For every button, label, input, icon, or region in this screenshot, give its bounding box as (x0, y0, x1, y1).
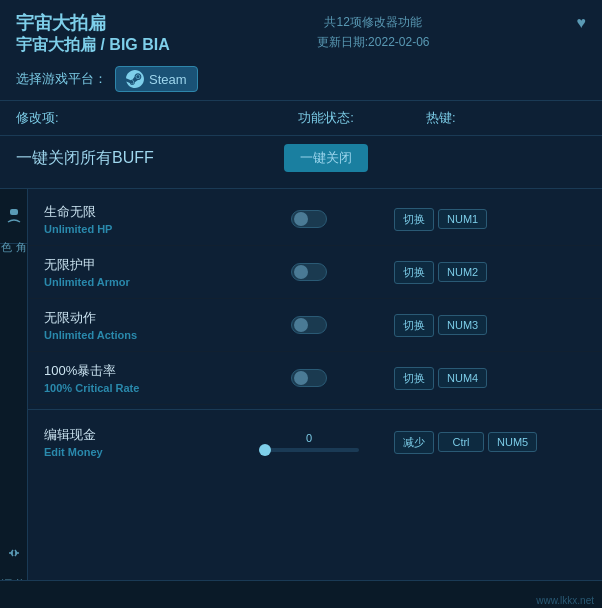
mod-cn-0: 生命无限 (44, 203, 244, 221)
mod-name-1: 无限护甲 Unlimited Armor (44, 256, 244, 288)
mod-toggle-area-2 (244, 316, 374, 334)
toggle-2[interactable] (291, 316, 327, 334)
onekey-status: 一键关闭 (246, 144, 406, 172)
platform-label: 选择游戏平台： (16, 70, 107, 88)
mod-en-money: Edit Money (44, 446, 244, 458)
hotkey-key-1: NUM2 (438, 262, 487, 282)
header-meta: 共12项修改器功能 更新日期:2022-02-06 (317, 14, 430, 51)
mod-name-0: 生命无限 Unlimited HP (44, 203, 244, 235)
hotkey-action-1[interactable]: 切换 (394, 261, 434, 284)
slider-thumb[interactable] (259, 444, 271, 456)
slider-value: 0 (306, 432, 312, 444)
toggle-knob-2 (294, 318, 308, 332)
steam-logo-icon (126, 70, 144, 88)
mod-cn-3: 100%暴击率 (44, 362, 244, 380)
mod-toggle-area-3 (244, 369, 374, 387)
app-container: 宇宙大拍扁 宇宙大拍扁 / BIG BIA 共12项修改器功能 更新日期:202… (0, 0, 602, 608)
toggle-knob-3 (294, 371, 308, 385)
onekey-row: 一键关闭所有BUFF 一键关闭 (0, 136, 602, 189)
onekey-label: 一键关闭所有BUFF (16, 148, 246, 169)
mod-toggle-area-1 (244, 263, 374, 281)
steam-button[interactable]: Steam (115, 66, 198, 92)
modifier-list: 生命无限 Unlimited HP 切换 NUM1 (28, 189, 602, 580)
mod-en-3: 100% Critical Rate (44, 382, 244, 394)
toggle-1[interactable] (291, 263, 327, 281)
mod-row-1: 无限护甲 Unlimited Armor 切换 NUM2 (28, 246, 602, 299)
right-panel: 生命无限 Unlimited HP 切换 NUM1 (28, 189, 602, 580)
mod-cn-money: 编辑现金 (44, 426, 244, 444)
sidebar-section-character: 角色 (0, 197, 27, 244)
hotkey-action-2[interactable]: 切换 (394, 314, 434, 337)
edit-hotkey-area: 减少 Ctrl NUM5 (394, 431, 586, 454)
onekey-button[interactable]: 一键关闭 (284, 144, 368, 172)
mod-count: 共12项修改器功能 (324, 14, 421, 31)
hotkey-key-3: NUM4 (438, 368, 487, 388)
mod-name-3: 100%暴击率 100% Critical Rate (44, 362, 244, 394)
mod-hotkey-area-1: 切换 NUM2 (394, 261, 586, 284)
col-header-status: 功能状态: (246, 109, 406, 127)
game-title-full: 宇宙大拍扁 / BIG BIA (16, 35, 170, 56)
watermark: www.lkkx.net (536, 595, 594, 606)
title-block: 宇宙大拍扁 宇宙大拍扁 / BIG BIA (16, 12, 170, 56)
mod-toggle-area-0 (244, 210, 374, 228)
favorite-icon[interactable]: ♥ (577, 14, 587, 32)
sidebar: 角色 资源 (0, 189, 28, 580)
mod-row-3: 100%暴击率 100% Critical Rate 切换 NUM4 (28, 352, 602, 405)
hotkey-reduce[interactable]: 减少 (394, 431, 434, 454)
slider-track[interactable] (259, 448, 359, 452)
mod-en-2: Unlimited Actions (44, 329, 244, 341)
section-divider (28, 409, 602, 410)
col-header-hotkey: 热键: (426, 109, 586, 127)
toggle-knob-0 (294, 212, 308, 226)
mod-row-2: 无限动作 Unlimited Actions 切换 NUM3 (28, 299, 602, 352)
mod-en-1: Unlimited Armor (44, 276, 244, 288)
game-title-cn: 宇宙大拍扁 (16, 12, 170, 35)
sidebar-section-resource: 资源 (0, 534, 27, 580)
edit-money-row: 编辑现金 Edit Money 0 减少 Ctrl NUM5 (28, 414, 602, 470)
mod-hotkey-area-3: 切换 NUM4 (394, 367, 586, 390)
mod-cn-2: 无限动作 (44, 309, 244, 327)
toggle-0[interactable] (291, 210, 327, 228)
mod-name-2: 无限动作 Unlimited Actions (44, 309, 244, 341)
hotkey-action-3[interactable]: 切换 (394, 367, 434, 390)
update-date: 更新日期:2022-02-06 (317, 34, 430, 51)
platform-row: 选择游戏平台： Steam (16, 66, 586, 92)
svg-rect-0 (10, 209, 18, 215)
steam-label: Steam (149, 72, 187, 87)
hotkey-num5: NUM5 (488, 432, 537, 452)
hotkey-key-2: NUM3 (438, 315, 487, 335)
hotkey-key-0: NUM1 (438, 209, 487, 229)
table-header: 修改项: 功能状态: 热键: (0, 101, 602, 136)
hotkey-action-0[interactable]: 切换 (394, 208, 434, 231)
mod-slider-area: 0 (244, 432, 374, 452)
mod-en-0: Unlimited HP (44, 223, 244, 235)
mod-hotkey-area-2: 切换 NUM3 (394, 314, 586, 337)
bottom-bar: www.lkkx.net (0, 580, 602, 608)
character-icon (3, 205, 25, 227)
header: 宇宙大拍扁 宇宙大拍扁 / BIG BIA 共12项修改器功能 更新日期:202… (0, 0, 602, 101)
hotkey-ctrl: Ctrl (438, 432, 484, 452)
mod-cn-1: 无限护甲 (44, 256, 244, 274)
mod-row-0: 生命无限 Unlimited HP 切换 NUM1 (28, 193, 602, 246)
toggle-knob-1 (294, 265, 308, 279)
mod-name-money: 编辑现金 Edit Money (44, 426, 244, 458)
main-content: 角色 资源 生命无限 U (0, 189, 602, 580)
sidebar-label-character: 角色 (0, 233, 29, 235)
resource-icon (3, 542, 25, 564)
col-header-name: 修改项: (16, 109, 246, 127)
toggle-3[interactable] (291, 369, 327, 387)
sidebar-label-resource: 资源 (0, 570, 29, 572)
mod-hotkey-area-0: 切换 NUM1 (394, 208, 586, 231)
